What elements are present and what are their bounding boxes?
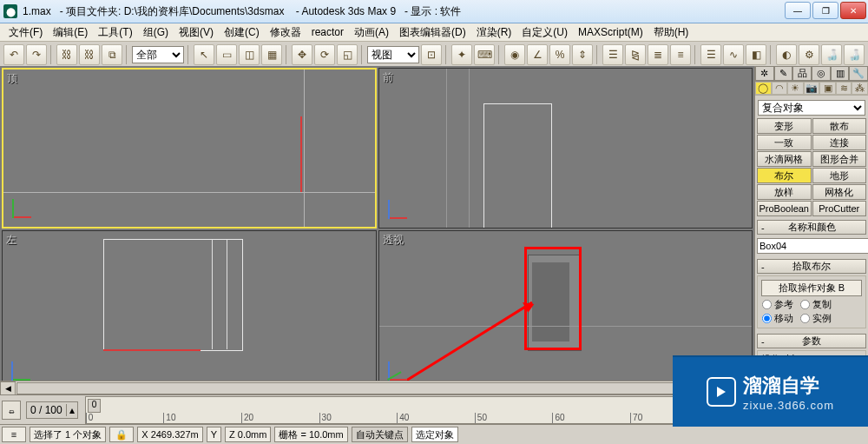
- selection-set-dropdown[interactable]: 选定对象: [411, 427, 458, 442]
- object-name-field[interactable]: [757, 238, 868, 254]
- shapes-button[interactable]: ◠: [772, 82, 788, 95]
- timeline-config-button[interactable]: ⏛: [2, 401, 21, 420]
- geometry-button[interactable]: ◯: [755, 82, 772, 95]
- schematic-button[interactable]: ◧: [746, 44, 766, 65]
- menu-views[interactable]: 视图(V): [174, 25, 219, 40]
- manipulate-button[interactable]: ✦: [451, 44, 472, 65]
- menu-file[interactable]: 文件(F): [3, 25, 48, 40]
- display-tab[interactable]: ▥: [831, 66, 850, 81]
- curve-editor-button[interactable]: ∿: [723, 44, 744, 65]
- scroll-left-button[interactable]: ◀: [0, 381, 16, 395]
- utilities-tab[interactable]: 🔧: [849, 66, 868, 81]
- radio-copy[interactable]: 复制: [799, 298, 832, 311]
- menu-maxscript[interactable]: MAXScript(M): [573, 26, 648, 38]
- morph-button[interactable]: 变形: [757, 118, 812, 134]
- motion-tab[interactable]: ◎: [812, 66, 831, 81]
- render-button[interactable]: 🍶: [821, 44, 842, 65]
- mirror-button[interactable]: ⧎: [625, 44, 646, 65]
- reference-coord-dropdown[interactable]: 视图: [367, 46, 419, 63]
- menu-customize[interactable]: 自定义(U): [516, 25, 573, 40]
- menu-create[interactable]: 创建(C): [219, 25, 265, 40]
- redo-button[interactable]: ↷: [26, 44, 47, 65]
- lock-selection-button[interactable]: 🔒: [109, 427, 134, 442]
- connect-button[interactable]: 连接: [812, 135, 867, 150]
- category-dropdown[interactable]: 复合对象: [758, 100, 865, 116]
- pick-boolean-rollout-header[interactable]: -拾取布尔: [757, 259, 866, 274]
- menu-grapheditors[interactable]: 图表编辑器(D): [394, 25, 471, 40]
- watermark: 溜溜自学 zixue.3d66.com: [673, 355, 868, 427]
- modify-tab[interactable]: ✎: [774, 66, 793, 81]
- axis-gizmo-icon: [11, 355, 37, 381]
- menu-reactor[interactable]: reactor: [306, 26, 349, 38]
- time-display[interactable]: 0 / 100 ▴: [26, 401, 78, 419]
- autokey-button[interactable]: 自动关键点: [352, 427, 408, 442]
- undo-button[interactable]: ↶: [3, 44, 24, 65]
- quickalign-button[interactable]: ≡: [670, 44, 691, 65]
- keyboard-shortcut-button[interactable]: ⌨: [474, 44, 495, 65]
- close-button[interactable]: ✕: [840, 2, 866, 19]
- menu-help[interactable]: 帮助(H): [648, 25, 694, 40]
- current-frame-indicator[interactable]: 0: [88, 399, 102, 413]
- spinner-snap-button[interactable]: ⇕: [572, 44, 593, 65]
- align-button[interactable]: ≣: [648, 44, 668, 65]
- pivot-button[interactable]: ⊡: [421, 44, 442, 65]
- viewport-front[interactable]: 前: [378, 68, 753, 229]
- viewport-scrollbar[interactable]: ◀ ▶: [0, 381, 755, 395]
- render-setup-button[interactable]: ⚙: [799, 44, 819, 65]
- radio-reference[interactable]: 参考: [761, 298, 793, 311]
- menu-animation[interactable]: 动画(A): [349, 25, 394, 40]
- conform-button[interactable]: 一致: [757, 135, 812, 150]
- menu-edit[interactable]: 编辑(E): [48, 25, 93, 40]
- bind-button[interactable]: ⧉: [102, 44, 122, 65]
- snap-button[interactable]: ◉: [504, 44, 525, 65]
- minimize-button[interactable]: —: [785, 2, 811, 19]
- name-color-rollout-header[interactable]: -名称和颜色: [757, 220, 866, 235]
- cameras-button[interactable]: 📷: [804, 82, 820, 95]
- spacewarps-button[interactable]: ≋: [836, 82, 852, 95]
- select-button[interactable]: ↖: [194, 44, 214, 65]
- selection-sets-button[interactable]: ☰: [602, 44, 623, 65]
- pick-operand-b-button[interactable]: 拾取操作对象 B: [761, 280, 862, 296]
- menu-rendering[interactable]: 渲染(R): [471, 25, 517, 40]
- selection-filter-dropdown[interactable]: 全部: [132, 46, 184, 63]
- axis-gizmo-icon: [388, 355, 414, 381]
- rotate-button[interactable]: ⟳: [314, 44, 335, 65]
- link-button[interactable]: ⛓: [56, 44, 77, 65]
- script-listener-button[interactable]: ≡: [2, 427, 26, 442]
- terrain-button[interactable]: 地形: [812, 168, 867, 183]
- parameters-rollout-header[interactable]: -参数: [757, 334, 866, 348]
- proboolean-button[interactable]: ProBoolean: [757, 201, 812, 216]
- viewport-left[interactable]: 左: [2, 230, 377, 391]
- helpers-button[interactable]: ▣: [819, 82, 836, 95]
- loft-button[interactable]: 放样: [757, 184, 812, 200]
- menu-group[interactable]: 组(G): [138, 25, 174, 40]
- meshify-button[interactable]: 网格化: [812, 184, 867, 200]
- maximize-button[interactable]: ❐: [812, 2, 838, 19]
- radio-move[interactable]: 移动: [761, 312, 793, 325]
- lights-button[interactable]: ☀: [787, 82, 804, 95]
- angle-snap-button[interactable]: ∠: [527, 44, 548, 65]
- blobmesh-button[interactable]: 水滴网格: [757, 151, 812, 167]
- window-crossing-button[interactable]: ▦: [261, 44, 282, 65]
- viewport-top[interactable]: 顶: [2, 68, 377, 229]
- shapemerge-button[interactable]: 图形合并: [812, 151, 867, 167]
- boolean-button[interactable]: 布尔: [757, 168, 812, 183]
- systems-button[interactable]: ⁂: [852, 82, 868, 95]
- radio-instance[interactable]: 实例: [799, 312, 832, 325]
- quickrender-button[interactable]: 🍶: [844, 44, 865, 65]
- coord-y: Y: [207, 427, 221, 442]
- hierarchy-tab[interactable]: 品: [792, 66, 812, 81]
- move-button[interactable]: ✥: [292, 44, 312, 65]
- menu-tools[interactable]: 工具(T): [93, 25, 137, 40]
- unlink-button[interactable]: ⛓: [79, 44, 100, 65]
- percent-snap-button[interactable]: %: [549, 44, 570, 65]
- scale-button[interactable]: ◱: [337, 44, 358, 65]
- material-editor-button[interactable]: ◐: [776, 44, 797, 65]
- select-name-button[interactable]: ▭: [216, 44, 237, 65]
- scatter-button[interactable]: 散布: [812, 118, 867, 134]
- layers-button[interactable]: ☰: [700, 44, 721, 65]
- menu-modifiers[interactable]: 修改器: [265, 25, 306, 40]
- create-tab[interactable]: ✲: [755, 66, 774, 81]
- procutter-button[interactable]: ProCutter: [812, 201, 867, 216]
- select-region-button[interactable]: ◫: [239, 44, 260, 65]
